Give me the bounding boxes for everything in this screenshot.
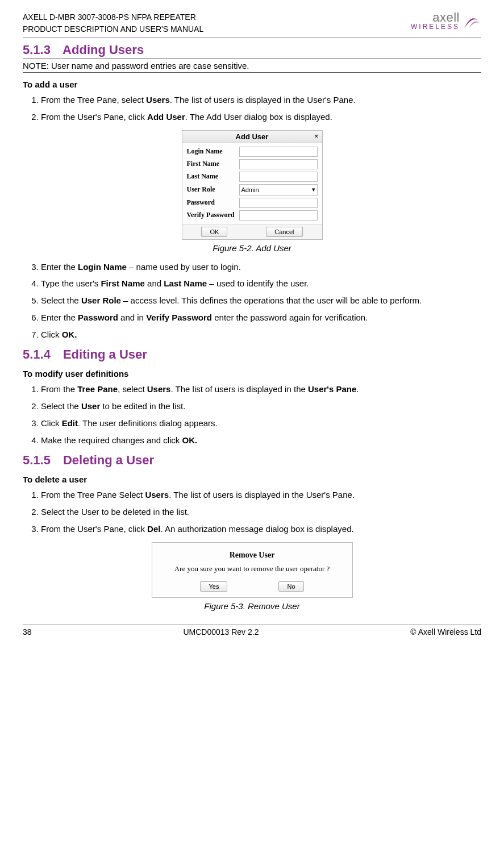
yes-button[interactable]: Yes xyxy=(200,581,227,592)
header-title-block: AXELL D-MBR 3007-3008-PS NFPA REPEATER P… xyxy=(23,11,203,35)
copyright: © Axell Wireless Ltd xyxy=(410,627,481,636)
logo: axell WIRELESS xyxy=(411,11,481,31)
subhead-delete-user: To delete a user xyxy=(23,475,481,484)
doc-revision: UMCD00013 Rev 2.2 xyxy=(183,627,259,636)
figure-caption-add-user: Figure 5-2. Add User xyxy=(23,243,481,253)
step-item: Enter the Password and in Verify Passwor… xyxy=(41,311,481,324)
ok-button[interactable]: OK xyxy=(201,227,227,237)
steps-add-user-part2: Enter the Login Name – name used by user… xyxy=(23,261,481,341)
step-item: From the User's Pane, click Add User. Th… xyxy=(41,111,481,123)
logo-text-bottom: WIRELESS xyxy=(411,24,460,30)
cancel-button[interactable]: Cancel xyxy=(266,227,302,237)
remove-user-dialog: Remove User Are you sure you want to rem… xyxy=(152,542,353,598)
step-item: Click Edit. The user definitions dialog … xyxy=(41,417,481,430)
step-item: Make the required changes and click OK. xyxy=(41,434,481,447)
header-line2: PRODUCT DESCRIPTION AND USER'S MANUAL xyxy=(23,23,203,35)
input-verify-password[interactable] xyxy=(239,210,318,221)
step-item: From the User's Pane, click Del. An auth… xyxy=(41,523,481,535)
heading-editing-user: 5.1.4 Editing a User xyxy=(23,347,481,362)
subhead-to-add-user: To add a user xyxy=(23,80,481,89)
input-first-name[interactable] xyxy=(239,159,318,169)
page-number: 38 xyxy=(23,627,32,636)
step-item: Type the user's First Name and Last Name… xyxy=(41,277,481,290)
no-button[interactable]: No xyxy=(278,581,303,592)
axell-swoosh-icon xyxy=(462,11,481,31)
label-first-name: First Name xyxy=(187,160,239,168)
step-item: Click OK. xyxy=(41,328,481,341)
select-value: Admin xyxy=(241,186,259,193)
chevron-down-icon: ▾ xyxy=(312,186,315,193)
step-item: Enter the Login Name – name used by user… xyxy=(41,261,481,273)
remove-dialog-message: Are you sure you want to remove the user… xyxy=(159,564,345,573)
step-item: From the Tree Pane Select Users. The lis… xyxy=(41,489,481,501)
subhead-modify-user: To modify user definitions xyxy=(23,369,481,378)
page-header: AXELL D-MBR 3007-3008-PS NFPA REPEATER P… xyxy=(23,11,481,38)
select-user-role[interactable]: Admin ▾ xyxy=(239,184,318,195)
step-item: From the Tree Pane, select Users. The li… xyxy=(41,383,481,396)
input-password[interactable] xyxy=(239,198,318,208)
steps-delete-user: From the Tree Pane Select Users. The lis… xyxy=(23,489,481,535)
input-last-name[interactable] xyxy=(239,172,318,182)
note-case-sensitive: NOTE: User name and password entries are… xyxy=(23,59,481,73)
label-verify-password: Verify Password xyxy=(187,211,239,219)
dialog-titlebar: Add User × xyxy=(182,131,322,143)
dialog-title-text: Add User xyxy=(236,132,269,141)
figure-caption-remove-user: Figure 5-3. Remove User xyxy=(23,601,481,611)
label-user-role: User Role xyxy=(187,185,239,194)
add-user-dialog: Add User × Login Name First Name Last Na… xyxy=(182,130,323,240)
label-password: Password xyxy=(187,198,239,207)
close-icon[interactable]: × xyxy=(314,132,319,140)
steps-add-user-part1: From the Tree Pane, select Users. The li… xyxy=(23,94,481,123)
step-item: Select the User to be deleted in the lis… xyxy=(41,506,481,518)
step-item: Select the User Role – access level. Thi… xyxy=(41,294,481,307)
step-item: From the Tree Pane, select Users. The li… xyxy=(41,94,481,106)
heading-deleting-user: 5.1.5 Deleting a User xyxy=(23,453,481,468)
remove-dialog-title: Remove User xyxy=(159,551,345,560)
label-last-name: Last Name xyxy=(187,172,239,181)
steps-edit-user: From the Tree Pane, select Users. The li… xyxy=(23,383,481,446)
step-item: Select the User to be edited in the list… xyxy=(41,400,481,413)
header-line1: AXELL D-MBR 3007-3008-PS NFPA REPEATER xyxy=(23,11,203,23)
label-login-name: Login Name xyxy=(187,147,239,156)
page-footer: 38 UMCD00013 Rev 2.2 © Axell Wireless Lt… xyxy=(23,625,481,636)
logo-text-top: axell xyxy=(411,12,460,24)
heading-adding-users: 5.1.3 Adding Users xyxy=(23,43,481,57)
input-login-name[interactable] xyxy=(239,147,318,157)
